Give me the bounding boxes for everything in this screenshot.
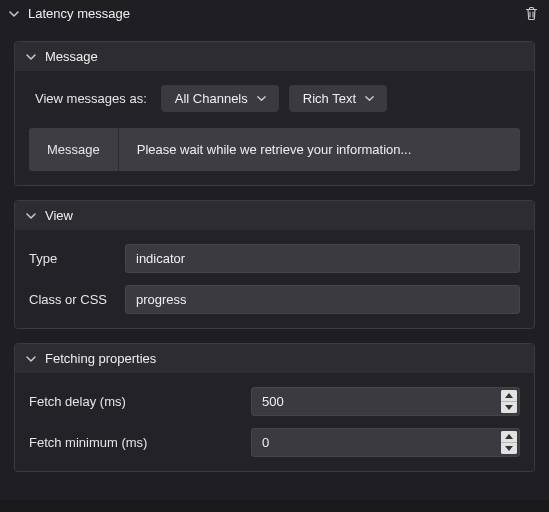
chevron-down-icon: [364, 93, 375, 104]
fetch-min-input[interactable]: [251, 428, 520, 457]
fetch-delay-label: Fetch delay (ms): [29, 394, 251, 409]
message-block: Message Please wait while we retrieve yo…: [29, 128, 520, 171]
section-view: View Type Class or CSS: [14, 200, 535, 329]
trash-icon[interactable]: [524, 6, 539, 21]
section-message-header[interactable]: Message: [15, 42, 534, 71]
fetch-delay-stepper: [501, 390, 517, 413]
stepper-down-button[interactable]: [501, 402, 517, 413]
class-input[interactable]: [125, 285, 520, 314]
chevron-down-icon: [25, 353, 37, 365]
fetch-min-stepper: [501, 431, 517, 454]
chevron-down-icon: [8, 8, 20, 20]
class-label: Class or CSS: [29, 292, 125, 307]
section-fetching-header[interactable]: Fetching properties: [15, 344, 534, 373]
message-field-label: Message: [29, 128, 119, 171]
section-message-title: Message: [45, 49, 98, 64]
channels-dropdown[interactable]: All Channels: [161, 85, 279, 112]
section-fetching: Fetching properties Fetch delay (ms): [14, 343, 535, 472]
panel-title: Latency message: [28, 6, 524, 21]
view-as-label: View messages as:: [35, 91, 147, 106]
type-label: Type: [29, 251, 125, 266]
section-message: Message View messages as: All Channels R…: [14, 41, 535, 186]
message-field-value[interactable]: Please wait while we retrieve your infor…: [119, 128, 520, 171]
fetch-min-label: Fetch minimum (ms): [29, 435, 251, 450]
stepper-up-button[interactable]: [501, 390, 517, 402]
chevron-down-icon: [256, 93, 267, 104]
panel-header[interactable]: Latency message: [0, 0, 549, 27]
stepper-down-button[interactable]: [501, 443, 517, 454]
stepper-up-button[interactable]: [501, 431, 517, 443]
section-fetching-title: Fetching properties: [45, 351, 156, 366]
fetch-delay-input[interactable]: [251, 387, 520, 416]
chevron-down-icon: [25, 51, 37, 63]
section-view-title: View: [45, 208, 73, 223]
format-dropdown[interactable]: Rich Text: [289, 85, 387, 112]
chevron-down-icon: [25, 210, 37, 222]
type-input[interactable]: [125, 244, 520, 273]
format-dropdown-value: Rich Text: [303, 91, 356, 106]
section-view-header[interactable]: View: [15, 201, 534, 230]
channels-dropdown-value: All Channels: [175, 91, 248, 106]
